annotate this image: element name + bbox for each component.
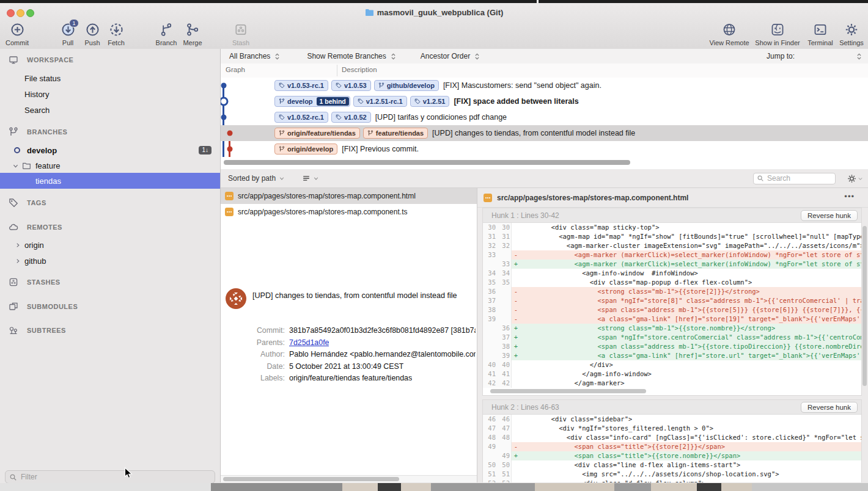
- commit-dot-icon: [227, 131, 232, 136]
- commit-button[interactable]: Commit: [0, 21, 43, 46]
- column-divider[interactable]: [337, 65, 337, 76]
- commit-row[interactable]: origin/feature/tiendas feature/tiendas […: [221, 125, 868, 141]
- diff-line[interactable]: 4040 </div>: [483, 360, 861, 369]
- ref-pill[interactable]: v1.0.53-rc.1: [274, 80, 328, 91]
- diff-menu-button[interactable]: •••: [844, 192, 855, 201]
- stashes-section-header[interactable]: STASHES: [0, 276, 220, 288]
- reverse-hunk-button[interactable]: Reverse hunk: [801, 210, 858, 221]
- sidebar-item-develop[interactable]: develop 1↓: [0, 144, 220, 156]
- view-remote-button[interactable]: View Remote: [703, 21, 756, 46]
- diff-line[interactable]: 49 - <span class="title">{{store[2]}}</s…: [483, 442, 861, 451]
- diff-line[interactable]: 36 - <strong class="mb-1">{{store[2]}}</…: [483, 287, 861, 296]
- diff-line[interactable]: 3434 <agm-info-window #infoWindow>: [483, 269, 861, 278]
- log-columns-header: Graph Description: [221, 64, 868, 78]
- diff-line[interactable]: 49 + <span class="title">{{store.nombre}…: [483, 451, 861, 460]
- sidebar-item-origin[interactable]: origin: [0, 239, 220, 251]
- diff-line[interactable]: 38 - <span class="address mb-1">{{store[…: [483, 305, 861, 315]
- diff-line[interactable]: 4646 <div class="sidebar">: [483, 415, 861, 424]
- diff-line[interactable]: 4242 </agm-marker>: [483, 379, 861, 388]
- filter-input[interactable]: [20, 472, 211, 482]
- diff-vertical-scrollbar[interactable]: [862, 226, 867, 386]
- old-line-number: 42: [483, 379, 497, 388]
- ref-pill[interactable]: v1.0.52: [331, 112, 371, 123]
- reverse-hunk-button[interactable]: Reverse hunk: [801, 402, 858, 413]
- diff-line[interactable]: 37 - <span *ngIf="store[8]" class="addre…: [483, 296, 861, 305]
- merge-button[interactable]: Merge: [166, 21, 219, 46]
- sort-dropdown[interactable]: Sorted by path: [228, 174, 285, 183]
- view-mode-dropdown[interactable]: [302, 174, 319, 183]
- file-pane-horizontal-scrollbar[interactable]: [221, 475, 477, 482]
- subtrees-section-header[interactable]: SUBTREES: [0, 324, 220, 336]
- sidebar-item-file-status[interactable]: File status: [0, 72, 220, 84]
- diff-line[interactable]: 4747 <div *ngIf="stores_filtered.length …: [483, 424, 861, 433]
- settings-button[interactable]: Settings: [825, 21, 868, 46]
- submodules-section-header[interactable]: SUBMODULES: [0, 300, 220, 313]
- new-line-number: 32: [497, 241, 511, 250]
- commit-row[interactable]: develop 1 behind v1.2.51-rc.1 v1.2.51: [221, 93, 868, 109]
- diff-line[interactable]: 5151 <img src="../../../assets/icons/sho…: [483, 470, 861, 479]
- diff-options-button[interactable]: [847, 174, 863, 183]
- hunk-horizontal-scrollbar[interactable]: [483, 388, 861, 395]
- sidebar-item-search[interactable]: Search: [0, 104, 220, 116]
- branches-section-header[interactable]: BRANCHES: [0, 126, 220, 138]
- diff-line[interactable]: 3535 <div class="map-popup d-flex flex-c…: [483, 278, 861, 287]
- diff-line[interactable]: 3030 <div class="map sticky-top">: [483, 223, 861, 232]
- diff-line[interactable]: 37 + <span *ngIf="store.centroComercial"…: [483, 333, 861, 342]
- fetch-button[interactable]: Fetch: [90, 21, 142, 46]
- ref-pill[interactable]: feature/tiendas: [363, 128, 428, 139]
- diff-code-text: <div class="map sticky-top">: [520, 223, 660, 232]
- branch-filter-bar: All Branches Show Remote Branches Ancest…: [221, 49, 868, 64]
- diff-line[interactable]: 3232 <agm-marker-cluster imageExtension=…: [483, 241, 861, 250]
- diff-search-input[interactable]: [766, 173, 832, 183]
- ref-pill[interactable]: v1.2.51: [410, 96, 450, 107]
- diff-line[interactable]: 4848 <div class="info-card" [ngClass]="{…: [483, 433, 861, 442]
- show-remote-branches-dropdown[interactable]: Show Remote Branches: [307, 52, 395, 60]
- diff-line[interactable]: 39 + <a class="gma-link" [href]="store.u…: [483, 351, 861, 360]
- chevron-right-icon[interactable]: [15, 242, 21, 249]
- diff-hunk: Hunk 2 : Lines 46-63 Reverse hunk 4646 <…: [482, 399, 862, 482]
- ref-pill[interactable]: v1.2.51-rc.1: [353, 96, 407, 107]
- remotes-section-header[interactable]: REMOTES: [0, 221, 220, 233]
- diff-line[interactable]: 39 - <a class="gma-link" [href]="store[1…: [483, 315, 861, 324]
- all-branches-dropdown[interactable]: All Branches: [229, 52, 280, 60]
- parent-commit-link[interactable]: 7d25d1a0fe: [289, 337, 329, 349]
- diff-line[interactable]: 3131 <agm-map id="map" *ngIf="show" [fit…: [483, 232, 861, 241]
- ref-pill[interactable]: github/develop: [374, 80, 439, 91]
- commit-row[interactable]: origin/develop [FIX] Previous commit.: [221, 141, 868, 157]
- chevron-right-icon[interactable]: [15, 258, 21, 264]
- file-row[interactable]: src/app/pages/stores-map/stores-map.comp…: [221, 204, 477, 220]
- graph-horizontal-scrollbar[interactable]: [221, 157, 868, 170]
- diff-line[interactable]: 5050 <div class="line d-flex align-items…: [483, 460, 861, 470]
- sidebar-item-history[interactable]: History: [0, 88, 220, 100]
- hunk-header: Hunk 2 : Lines 46-63 Reverse hunk: [483, 399, 861, 415]
- diff-search-box[interactable]: [753, 173, 836, 184]
- ref-pill[interactable]: develop 1 behind: [274, 96, 350, 107]
- file-row[interactable]: src/app/pages/stores-map/stores-map.comp…: [221, 188, 477, 204]
- sidebar-item-feature-folder[interactable]: feature: [0, 159, 220, 172]
- graph-column-header[interactable]: Graph: [226, 66, 245, 73]
- ref-pill[interactable]: origin/develop: [274, 144, 337, 155]
- commit-row[interactable]: v1.0.52-rc.1 v1.0.52 [UPD] tarifas y con…: [221, 109, 868, 125]
- diff-code-text: <div class="map-popup d-flex flex-column…: [520, 278, 752, 287]
- ref-pill[interactable]: v1.0.52-rc.1: [274, 112, 328, 123]
- diff-line[interactable]: 36 + <strong class="mb-1">{{store.nombre…: [483, 324, 861, 333]
- description-column-header[interactable]: Description: [342, 66, 377, 73]
- ancestor-order-dropdown[interactable]: Ancestor Order: [421, 52, 480, 60]
- sidebar-item-tiendas[interactable]: tiendas: [0, 173, 220, 189]
- stash-button: Stash: [215, 21, 267, 46]
- new-line-number: 31: [497, 232, 511, 241]
- commit-row[interactable]: v1.0.53-rc.1 v1.0.53 github/develop: [221, 78, 868, 93]
- diff-line[interactable]: 33 + <agm-marker (markerClick)=select_ma…: [483, 260, 861, 269]
- ref-pill[interactable]: origin/feature/tiendas: [274, 128, 360, 139]
- sidebar-item-github[interactable]: github: [0, 255, 220, 267]
- new-line-number: 30: [497, 223, 511, 232]
- sidebar-filter[interactable]: [5, 470, 215, 484]
- chevron-down-icon[interactable]: [12, 162, 19, 169]
- diff-line[interactable]: 33 - <agm-marker (markerClick)=select_ma…: [483, 250, 861, 260]
- diff-line[interactable]: 4141 </agm-info-window>: [483, 369, 861, 379]
- diff-line[interactable]: 5252 <div class="d-flex flex-column">: [483, 479, 861, 482]
- diff-line[interactable]: 38 + <span class="address mb-1">{{store.…: [483, 342, 861, 351]
- tags-section-header[interactable]: TAGS: [0, 197, 220, 209]
- jump-to-dropdown[interactable]: [856, 53, 862, 60]
- ref-pill[interactable]: v1.0.53: [331, 80, 371, 91]
